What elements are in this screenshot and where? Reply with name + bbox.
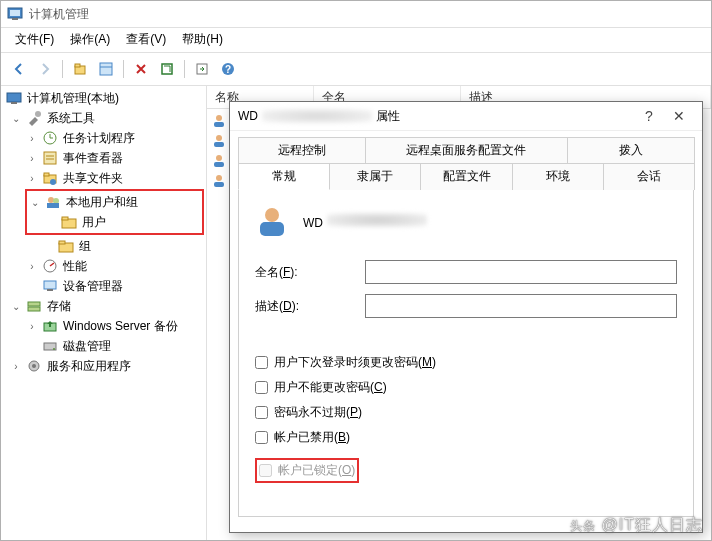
tree-task-scheduler[interactable]: › 任务计划程序 bbox=[1, 128, 206, 148]
svg-rect-12 bbox=[11, 102, 17, 104]
back-button[interactable] bbox=[7, 57, 31, 81]
checkbox-input[interactable] bbox=[255, 381, 268, 394]
delete-button[interactable] bbox=[129, 57, 153, 81]
field-description: 描述(D): bbox=[255, 294, 677, 318]
checkbox-input[interactable] bbox=[255, 356, 268, 369]
svg-rect-29 bbox=[44, 281, 56, 289]
help-button[interactable]: ? bbox=[634, 108, 664, 124]
tab-environment[interactable]: 环境 bbox=[512, 163, 604, 190]
checkbox-account-disabled[interactable]: 帐户已禁用(B) bbox=[255, 429, 677, 446]
storage-icon bbox=[26, 298, 42, 314]
tree-storage[interactable]: ⌄ 存储 bbox=[1, 296, 206, 316]
expand-icon[interactable]: › bbox=[25, 173, 39, 184]
tools-icon bbox=[26, 110, 42, 126]
expand-icon[interactable]: › bbox=[25, 133, 39, 144]
tree-label: 磁盘管理 bbox=[61, 337, 113, 356]
tab-remote-control[interactable]: 远程控制 bbox=[238, 137, 366, 163]
tree-users[interactable]: 用户 bbox=[28, 212, 201, 232]
collapse-icon[interactable]: ⌄ bbox=[9, 301, 23, 312]
tree-event-viewer[interactable]: › 事件查看器 bbox=[1, 148, 206, 168]
checkbox-cannot-change-password[interactable]: 用户不能更改密码(C) bbox=[255, 379, 677, 396]
expand-icon[interactable]: › bbox=[25, 321, 39, 332]
checkbox-input[interactable] bbox=[255, 431, 268, 444]
tab-general[interactable]: 常规 bbox=[238, 163, 330, 190]
menu-action[interactable]: 操作(A) bbox=[62, 30, 118, 50]
checkbox-label: 帐户已锁定(O) bbox=[278, 462, 355, 479]
svg-point-38 bbox=[216, 115, 222, 121]
menu-help[interactable]: 帮助(H) bbox=[174, 30, 231, 50]
redacted bbox=[262, 109, 372, 123]
computer-icon bbox=[6, 90, 22, 106]
dialog-titlebar[interactable]: WD属性 ? ✕ bbox=[230, 102, 702, 131]
close-button[interactable]: ✕ bbox=[664, 108, 694, 124]
svg-rect-19 bbox=[44, 173, 49, 176]
description-label: 描述(D): bbox=[255, 298, 365, 315]
tab-page-general: WD 全名(F): 描述(D): 用户下次登录时须更改密码(M) bbox=[238, 189, 694, 517]
export-button[interactable] bbox=[190, 57, 214, 81]
fullname-input[interactable] bbox=[365, 260, 677, 284]
tree-disk-mgmt[interactable]: 磁盘管理 bbox=[1, 336, 206, 356]
window-titlebar: 计算机管理 bbox=[1, 1, 711, 28]
forward-button[interactable] bbox=[33, 57, 57, 81]
tree-root[interactable]: 计算机管理(本地) bbox=[1, 88, 206, 108]
collapse-icon[interactable]: ⌄ bbox=[9, 113, 23, 124]
svg-rect-47 bbox=[260, 222, 284, 236]
watermark-prefix: 头条 bbox=[570, 519, 596, 533]
tree-label: Windows Server 备份 bbox=[61, 317, 180, 336]
checkbox-input bbox=[259, 464, 272, 477]
expand-icon[interactable]: › bbox=[9, 361, 23, 372]
svg-rect-39 bbox=[214, 122, 224, 127]
svg-rect-23 bbox=[47, 203, 59, 208]
fullname-label: 全名(F): bbox=[255, 264, 365, 281]
svg-rect-11 bbox=[7, 93, 21, 102]
tree-shared-folders[interactable]: › 共享文件夹 bbox=[1, 168, 206, 188]
expand-icon[interactable]: › bbox=[25, 153, 39, 164]
username-prefix: WD bbox=[303, 216, 323, 230]
folder-icon bbox=[58, 238, 74, 254]
tree-groups[interactable]: 组 bbox=[1, 236, 206, 256]
svg-rect-41 bbox=[214, 142, 224, 147]
tree-device-manager[interactable]: 设备管理器 bbox=[1, 276, 206, 296]
highlight-local-users-groups: ⌄ 本地用户和组 用户 bbox=[25, 189, 204, 235]
checkbox-input[interactable] bbox=[255, 406, 268, 419]
nav-tree[interactable]: 计算机管理(本地) ⌄ 系统工具 › 任务计划程序 › 事件查看器 › 共享文件… bbox=[1, 86, 207, 541]
menu-view[interactable]: 查看(V) bbox=[118, 30, 174, 50]
dialog-tabs: 远程控制 远程桌面服务配置文件 拨入 常规 隶属于 配置文件 环境 会话 WD bbox=[230, 131, 702, 517]
tab-dialin[interactable]: 拨入 bbox=[567, 137, 695, 163]
tree-services-apps[interactable]: › 服务和应用程序 bbox=[1, 356, 206, 376]
expand-icon[interactable]: › bbox=[25, 261, 39, 272]
tab-sessions[interactable]: 会话 bbox=[603, 163, 695, 190]
checkbox-must-change-password[interactable]: 用户下次登录时须更改密码(M) bbox=[255, 354, 677, 371]
up-button[interactable] bbox=[68, 57, 92, 81]
checkbox-password-never-expires[interactable]: 密码永不过期(P) bbox=[255, 404, 677, 421]
menu-file[interactable]: 文件(F) bbox=[7, 30, 62, 50]
tree-performance[interactable]: › 性能 bbox=[1, 256, 206, 276]
tree-label: 存储 bbox=[45, 297, 73, 316]
refresh-button[interactable] bbox=[155, 57, 179, 81]
tree-label: 服务和应用程序 bbox=[45, 357, 133, 376]
svg-text:?: ? bbox=[225, 64, 231, 75]
user-icon bbox=[211, 113, 227, 129]
tab-rds-profile[interactable]: 远程桌面服务配置文件 bbox=[365, 137, 568, 163]
checkbox-account-locked: 帐户已锁定(O) bbox=[259, 462, 355, 479]
dialog-title-prefix: WD bbox=[238, 109, 258, 123]
tab-profile[interactable]: 配置文件 bbox=[420, 163, 512, 190]
tree-system-tools[interactable]: ⌄ 系统工具 bbox=[1, 108, 206, 128]
field-fullname: 全名(F): bbox=[255, 260, 677, 284]
user-icon bbox=[211, 173, 227, 189]
collapse-icon[interactable]: ⌄ bbox=[28, 197, 42, 208]
tree-root-label: 计算机管理(本地) bbox=[25, 89, 121, 108]
svg-rect-25 bbox=[62, 217, 68, 220]
tree-ws-backup[interactable]: › Windows Server 备份 bbox=[1, 316, 206, 336]
tree-local-users-groups[interactable]: ⌄ 本地用户和组 bbox=[28, 192, 201, 212]
folder-icon bbox=[61, 214, 77, 230]
svg-rect-4 bbox=[75, 64, 80, 67]
clock-icon bbox=[42, 130, 58, 146]
svg-rect-15 bbox=[44, 152, 56, 164]
help-button[interactable]: ? bbox=[216, 57, 240, 81]
users-groups-icon bbox=[45, 194, 61, 210]
properties-pane-button[interactable] bbox=[94, 57, 118, 81]
tab-memberof[interactable]: 隶属于 bbox=[329, 163, 421, 190]
description-input[interactable] bbox=[365, 294, 677, 318]
highlight-account-locked: 帐户已锁定(O) bbox=[255, 458, 359, 483]
